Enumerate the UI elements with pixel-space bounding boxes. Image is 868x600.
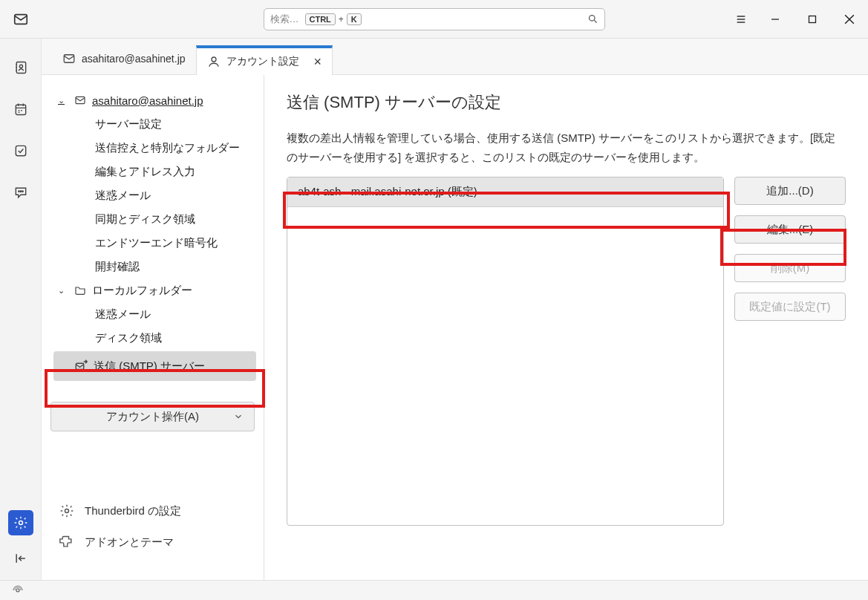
svg-point-12	[212, 57, 216, 62]
tree-account-label: asahitaro@asahinet.jp	[92, 94, 203, 107]
search-input[interactable]: 検索… CTRL + K	[264, 8, 605, 30]
titlebar-mail-icon[interactable]	[0, 11, 42, 27]
folder-icon	[74, 284, 86, 296]
calendar-icon[interactable]	[8, 97, 33, 122]
tree-item-sync[interactable]: 同期とディスク領域	[49, 207, 261, 231]
svg-point-7	[18, 191, 19, 192]
status-bar	[0, 580, 868, 600]
delete-smtp-button[interactable]: 削除(M)	[734, 254, 846, 282]
mail-account-icon	[74, 94, 86, 106]
tree-item-return-receipts[interactable]: 開封確認	[49, 255, 261, 278]
tree-item-local-junk[interactable]: 迷惑メール	[49, 302, 261, 326]
tree-item-junk[interactable]: 迷惑メール	[49, 183, 261, 207]
svg-point-10	[19, 521, 22, 525]
collapse-icon[interactable]	[8, 546, 33, 571]
tab-account[interactable]: asahitaro@asahinet.jp	[52, 45, 196, 74]
tree-item-smtp-label: 送信 (SMTP) サーバー	[94, 359, 205, 374]
settings-nav-icon[interactable]	[8, 510, 33, 535]
account-actions-label: アカウント操作(A)	[106, 410, 199, 424]
account-actions-button[interactable]: アカウント操作(A)	[50, 402, 255, 431]
search-icon	[587, 13, 598, 25]
smtp-server-item-label: ab4t-ash - mail.asahi-net.or.jp (既定)	[298, 185, 477, 199]
smtp-server-item[interactable]: ab4t-ash - mail.asahi-net.or.jp (既定)	[287, 177, 723, 207]
mail-account-icon	[62, 52, 76, 65]
sync-status-icon[interactable]	[12, 584, 24, 596]
tree-item-server-settings[interactable]: サーバー設定	[49, 112, 261, 136]
account-settings-icon	[207, 55, 221, 68]
svg-rect-5	[16, 105, 25, 114]
close-button[interactable]	[831, 0, 868, 39]
tabs-row: asahitaro@asahinet.jp アカウント設定 ×	[42, 39, 868, 74]
smtp-server-list[interactable]: ab4t-ash - mail.asahi-net.or.jp (既定)	[287, 177, 724, 526]
chevron-down-icon: ⌄	[58, 286, 68, 296]
thunderbird-settings-label: Thunderbird の設定	[85, 504, 181, 518]
addon-icon	[59, 535, 74, 550]
svg-rect-6	[16, 146, 25, 155]
settings-sidebar: ⌄ asahitaro@asahinet.jp サーバー設定 送信控えと特別なフ…	[42, 75, 264, 580]
tab-account-label: asahitaro@asahinet.jp	[82, 53, 186, 65]
svg-point-16	[16, 589, 19, 592]
search-placeholder: 検索…	[270, 13, 299, 26]
outgoing-icon	[74, 359, 88, 373]
pane-description: 複数の差出人情報を管理している場合、使用する送信 (SMTP) サーバーをこのリ…	[287, 128, 846, 166]
svg-point-1	[589, 16, 595, 22]
tab-account-settings[interactable]: アカウント設定 ×	[196, 45, 333, 75]
kbd-k: K	[347, 13, 362, 25]
main-pane: 送信 (SMTP) サーバーの設定 複数の差出人情報を管理している場合、使用する…	[264, 75, 868, 580]
tree-item-copies-folders[interactable]: 送信控えと特別なフォルダー	[49, 136, 261, 160]
svg-point-15	[65, 509, 69, 513]
tree-local-folders[interactable]: ⌄ ローカルフォルダー	[49, 278, 261, 302]
svg-point-9	[22, 191, 22, 192]
activity-bar	[0, 39, 42, 580]
svg-rect-14	[76, 363, 84, 369]
thunderbird-settings-link[interactable]: Thunderbird の設定	[52, 495, 253, 526]
addons-themes-link[interactable]: アドオンとテーマ	[52, 526, 253, 558]
gear-icon	[59, 503, 74, 518]
kbd-plus: +	[339, 14, 344, 25]
chat-icon[interactable]	[8, 180, 33, 205]
tree-item-composition[interactable]: 編集とアドレス入力	[49, 160, 261, 183]
app-menu-button[interactable]	[725, 0, 757, 39]
add-smtp-button[interactable]: 追加...(D)	[734, 177, 846, 205]
tasks-icon[interactable]	[8, 138, 33, 163]
tab-account-settings-label: アカウント設定	[226, 55, 299, 68]
minimize-button[interactable]	[757, 0, 794, 39]
tree-item-e2e[interactable]: エンドツーエンド暗号化	[49, 231, 261, 255]
tree-account-root[interactable]: ⌄ asahitaro@asahinet.jp	[49, 88, 261, 112]
addons-themes-label: アドオンとテーマ	[85, 535, 174, 550]
tree-local-folders-label: ローカルフォルダー	[92, 284, 192, 298]
chevron-down-icon: ⌄	[58, 96, 68, 105]
tab-close-icon[interactable]: ×	[314, 55, 322, 68]
kbd-ctrl: CTRL	[305, 13, 336, 25]
chevron-down-icon	[233, 411, 244, 422]
maximize-button[interactable]	[794, 0, 831, 39]
svg-point-8	[20, 191, 21, 192]
set-default-smtp-button[interactable]: 既定値に設定(T)	[734, 293, 846, 321]
edit-smtp-button[interactable]: 編集...(E)	[734, 215, 846, 244]
svg-point-4	[19, 65, 22, 68]
svg-rect-2	[809, 16, 816, 22]
pane-title: 送信 (SMTP) サーバーの設定	[287, 91, 846, 114]
tree-item-smtp[interactable]: 送信 (SMTP) サーバー	[53, 351, 256, 381]
tree-item-local-disk[interactable]: ディスク領域	[49, 326, 261, 350]
titlebar: 検索… CTRL + K	[0, 0, 868, 39]
address-book-icon[interactable]	[8, 55, 33, 80]
